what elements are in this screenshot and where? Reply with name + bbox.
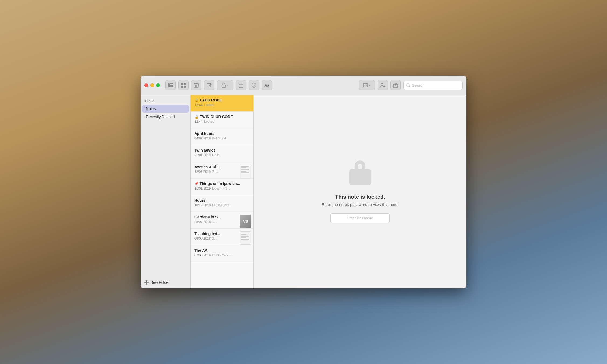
svg-rect-1 — [170, 83, 173, 84]
main-pane: This note is locked. Enter the notes pas… — [254, 95, 466, 288]
traffic-lights — [144, 83, 160, 87]
svg-rect-7 — [184, 86, 186, 88]
note-item-gardens[interactable]: Gardens in S... 28/07/2018 1... VS — [191, 212, 253, 229]
new-folder-button[interactable]: New Folder — [141, 276, 190, 288]
close-button[interactable] — [144, 83, 148, 87]
note-item-hours[interactable]: Hours 10/12/2018 FROM JAN... — [191, 195, 253, 212]
note-item-things-ipswich[interactable]: 📌 Things on in Ipswich... 11/01/2019 Bou… — [191, 178, 253, 195]
note-item-the-aa[interactable]: The AA 07/03/2018 012127537... — [191, 245, 253, 262]
share-button[interactable] — [390, 80, 401, 90]
svg-rect-17 — [222, 85, 226, 88]
toolbar: Aa — [141, 76, 466, 95]
note-item-april-hours[interactable]: April hours 04/02/2019 9-4 Mond... — [191, 128, 253, 145]
svg-rect-10 — [195, 83, 197, 83]
search-placeholder: Search — [412, 83, 425, 88]
locked-title: This note is locked. — [335, 194, 385, 200]
note-thumbnail-ayesha — [240, 164, 251, 178]
note-thumbnail-teaching — [240, 231, 251, 245]
svg-point-31 — [407, 84, 409, 86]
password-input[interactable] — [330, 213, 390, 223]
lock-icon-2: 🔒 — [194, 115, 199, 119]
add-people-button[interactable] — [378, 80, 388, 90]
lock-graphic — [348, 160, 372, 187]
sidebar-item-recently-deleted[interactable]: Recently Deleted — [142, 113, 189, 121]
sidebar-section-icloud: iCloud — [141, 99, 190, 105]
note-item-ayesha[interactable]: Ayesha & Dil... 12/01/2019 7 -... — [191, 162, 253, 178]
compose-button[interactable] — [204, 80, 214, 90]
svg-rect-5 — [184, 83, 186, 85]
svg-line-32 — [409, 86, 410, 87]
notes-list[interactable]: 🔒 LABS CODE 12:44 Locked 🔒 TWIN CLUB COD… — [191, 95, 254, 288]
font-button[interactable]: Aa — [262, 80, 272, 90]
svg-rect-4 — [181, 83, 183, 85]
note-item-twin-club-code[interactable]: 🔒 TWIN CLUB CODE 12:44 Locked — [191, 112, 253, 128]
svg-rect-18 — [239, 83, 243, 88]
svg-point-23 — [252, 83, 256, 88]
note-thumbnail-gardens: VS — [240, 215, 251, 228]
sidebar-toggle-button[interactable] — [165, 80, 176, 90]
image-button[interactable] — [359, 80, 375, 90]
notes-window: Aa — [141, 76, 466, 288]
search-bar[interactable]: Search — [403, 81, 463, 90]
svg-rect-0 — [168, 83, 170, 88]
sidebar-item-notes[interactable]: Notes — [142, 105, 189, 113]
svg-rect-3 — [170, 86, 173, 88]
grid-view-button[interactable] — [178, 80, 189, 90]
delete-button[interactable] — [191, 80, 201, 90]
pin-icon: 📌 — [194, 182, 198, 186]
note-item-twin-advice[interactable]: Twin advice 21/01/2019 Hello, — [191, 145, 253, 162]
locked-subtitle: Enter the notes password to view this no… — [322, 202, 399, 207]
note-item-teaching[interactable]: Teaching twi... 09/06/2018 2... — [191, 229, 253, 245]
maximize-button[interactable] — [156, 83, 160, 87]
lock-button[interactable] — [217, 80, 233, 90]
svg-point-26 — [381, 83, 383, 86]
checklist-button[interactable] — [249, 80, 259, 90]
lock-icon: 🔒 — [194, 98, 199, 102]
svg-rect-6 — [181, 86, 183, 88]
content-area: iCloud Notes Recently Deleted New Folder — [141, 95, 466, 288]
note-item-labs-code[interactable]: 🔒 LABS CODE 12:44 Locked — [191, 95, 253, 112]
add-folder-icon — [144, 280, 149, 285]
search-icon — [406, 83, 410, 87]
sidebar: iCloud Notes Recently Deleted New Folder — [141, 95, 191, 288]
table-button[interactable] — [236, 80, 246, 90]
svg-rect-2 — [170, 85, 173, 86]
minimize-button[interactable] — [150, 83, 154, 87]
